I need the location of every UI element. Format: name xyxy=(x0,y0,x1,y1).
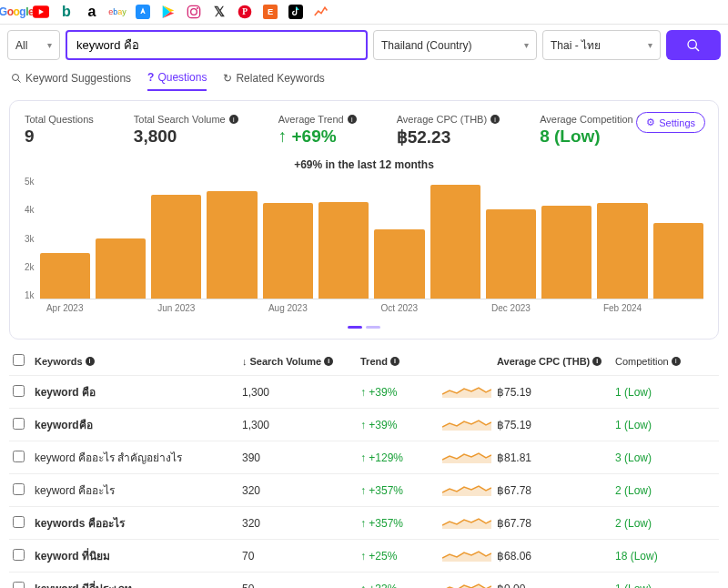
chart-bar[interactable] xyxy=(151,195,201,299)
arrow-up-icon: ↑ xyxy=(360,484,366,497)
row-checkbox[interactable] xyxy=(13,582,25,589)
select-all-checkbox[interactable] xyxy=(13,354,25,366)
chart-bar[interactable] xyxy=(96,238,146,299)
cell-keyword[interactable]: keyword ที่นิยม xyxy=(35,547,242,564)
cell-trend: ↑ +39% xyxy=(360,386,442,399)
arrow-up-icon: ↑ xyxy=(360,451,366,464)
category-select[interactable]: All▾ xyxy=(7,30,60,60)
cell-competition: 18 (Low) xyxy=(615,550,715,563)
cell-cpc: ฿68.06 xyxy=(497,550,615,563)
stat-avg-competition: Average Competitioni 8 (Low) xyxy=(540,114,646,147)
cell-keyword[interactable]: keyword คือ xyxy=(35,383,242,400)
row-checkbox[interactable] xyxy=(13,451,25,462)
cell-trend: ↑ +33% xyxy=(360,583,442,589)
pinterest-icon[interactable]: P xyxy=(237,4,253,20)
cell-trend: ↑ +129% xyxy=(360,451,442,464)
sparkline xyxy=(442,383,497,400)
cell-keyword[interactable]: keywords คืออะไร xyxy=(35,514,242,532)
youtube-icon[interactable] xyxy=(33,4,49,20)
ebay-icon[interactable]: ebay xyxy=(109,4,126,20)
chart-bar[interactable] xyxy=(263,203,313,299)
info-icon[interactable]: i xyxy=(672,357,681,366)
info-icon[interactable]: i xyxy=(324,357,333,366)
cell-cpc: ฿67.78 xyxy=(497,517,615,530)
stat-total-volume: Total Search Volumei 3,800 xyxy=(134,114,238,147)
etsy-icon[interactable]: E xyxy=(262,4,278,20)
chart-bar[interactable] xyxy=(318,202,369,299)
chart-bar[interactable] xyxy=(374,229,424,299)
chart-bar[interactable] xyxy=(486,209,536,299)
settings-button[interactable]: ⚙Settings xyxy=(636,112,705,133)
bing-icon[interactable]: b xyxy=(58,4,75,20)
svg-text:P: P xyxy=(242,7,248,16)
country-select[interactable]: Thailand (Country)▾ xyxy=(373,30,537,60)
chart-bar[interactable] xyxy=(430,185,480,299)
chevron-down-icon: ▾ xyxy=(648,40,652,50)
chevron-down-icon: ▾ xyxy=(524,40,529,50)
sparkline xyxy=(442,416,497,433)
instagram-icon[interactable] xyxy=(186,4,202,20)
cell-trend: ↑ +39% xyxy=(360,419,442,431)
playstore-icon[interactable] xyxy=(160,4,177,20)
arrow-up-icon: ↑ xyxy=(360,517,366,530)
trending-icon[interactable] xyxy=(313,4,329,20)
cell-search-volume: 70 xyxy=(242,550,360,563)
info-icon[interactable]: i xyxy=(592,357,602,366)
sort-desc-icon[interactable]: ↓ xyxy=(242,356,248,367)
row-checkbox[interactable] xyxy=(13,516,25,528)
row-checkbox[interactable] xyxy=(13,385,25,397)
info-icon[interactable]: i xyxy=(86,357,95,366)
cell-cpc: ฿75.19 xyxy=(497,386,615,399)
search-button[interactable] xyxy=(666,30,721,60)
info-icon[interactable]: i xyxy=(229,115,238,124)
cell-keyword[interactable]: keyword คืออะไร xyxy=(35,482,242,499)
row-checkbox[interactable] xyxy=(13,483,25,495)
language-select[interactable]: Thai - ไทย▾ xyxy=(542,30,661,60)
svg-line-11 xyxy=(695,47,699,51)
table-row: keywordคือ1,300↑ +39%฿75.191 (Low) xyxy=(9,409,719,441)
app-toolbar: Google b a ebay 𝕏 P E xyxy=(0,0,728,25)
appstore-icon[interactable] xyxy=(135,4,151,20)
refresh-icon: ↻ xyxy=(223,72,232,85)
chart-bar[interactable] xyxy=(40,253,90,299)
results-table: Keywordsi ↓Search Volumei Trendi Average… xyxy=(9,347,719,588)
stat-avg-cpc: Average CPC (THB)i ฿52.23 xyxy=(397,114,500,147)
cell-search-volume: 320 xyxy=(242,517,360,530)
cell-competition: 1 (Low) xyxy=(615,419,715,431)
row-checkbox[interactable] xyxy=(13,549,25,561)
filter-bar: All▾ Thailand (Country)▾ Thai - ไทย▾ xyxy=(0,25,728,66)
chart-pager[interactable] xyxy=(25,319,703,331)
sparkline xyxy=(442,449,497,466)
chevron-down-icon: ▾ xyxy=(47,40,52,50)
tiktok-icon[interactable] xyxy=(288,4,304,20)
table-row: keyword มีกี่ประเภท50↑ +33%฿0.001 (Low) xyxy=(9,573,719,588)
google-icon[interactable]: Google xyxy=(7,4,24,20)
cell-keyword[interactable]: keyword มีกี่ประเภท xyxy=(35,580,242,588)
chart-bar[interactable] xyxy=(597,203,647,299)
svg-point-4 xyxy=(197,7,198,9)
row-checkbox[interactable] xyxy=(13,418,25,430)
cell-cpc: ฿0.00 xyxy=(497,583,615,589)
arrow-up-icon: ↑ xyxy=(360,550,366,563)
table-row: keyword คืออะไร320↑ +357%฿67.782 (Low) xyxy=(9,474,719,507)
chart-bar[interactable] xyxy=(541,206,592,299)
cell-competition: 2 (Low) xyxy=(615,517,715,530)
chart-bar[interactable] xyxy=(653,223,703,299)
chart-bar[interactable] xyxy=(207,191,257,299)
cell-keyword[interactable]: keywordคือ xyxy=(35,416,242,433)
info-icon[interactable]: i xyxy=(390,357,399,366)
amazon-icon[interactable]: a xyxy=(84,4,100,20)
stat-avg-trend: Average Trendi ↑ +69% xyxy=(278,114,357,147)
svg-point-3 xyxy=(191,9,197,15)
info-icon[interactable]: i xyxy=(490,115,500,124)
tab-keyword-suggestions[interactable]: Keyword Suggestions xyxy=(11,71,131,91)
cell-keyword[interactable]: keyword คืออะไร สำคัญอย่างไร xyxy=(35,449,242,466)
tab-related-keywords[interactable]: ↻Related Keywords xyxy=(223,71,324,91)
x-icon[interactable]: 𝕏 xyxy=(211,4,228,20)
search-icon xyxy=(11,73,22,84)
keyword-input[interactable] xyxy=(66,30,368,60)
info-icon[interactable]: i xyxy=(348,115,357,124)
tab-questions[interactable]: ?Questions xyxy=(147,71,207,91)
cell-competition: 2 (Low) xyxy=(615,484,715,497)
cell-competition: 3 (Low) xyxy=(615,451,715,464)
